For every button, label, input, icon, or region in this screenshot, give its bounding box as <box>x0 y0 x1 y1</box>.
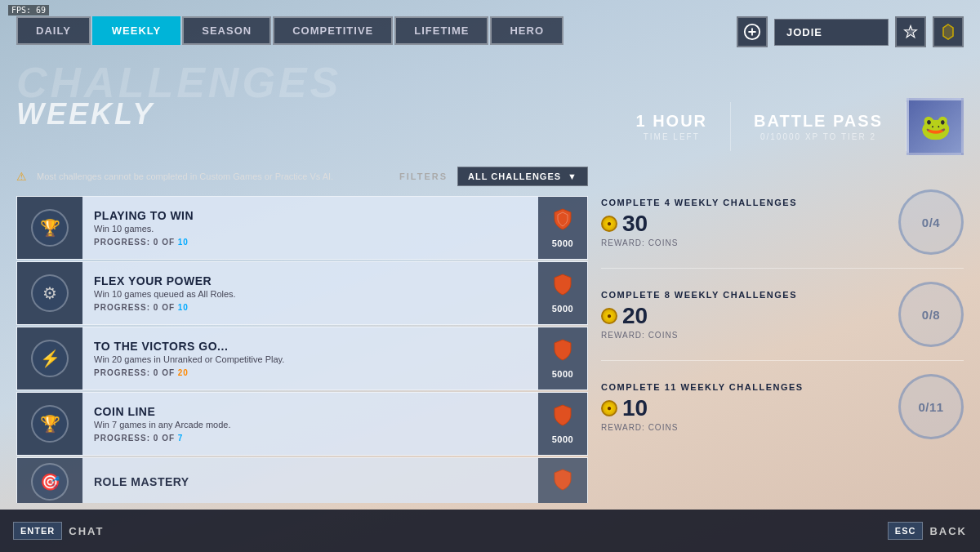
challenge-icon-area: ⚙ <box>17 262 82 324</box>
challenge-icon-area: 🎯 <box>17 458 82 503</box>
tab-lifetime[interactable]: LIFETIME <box>394 16 488 45</box>
tab-weekly[interactable]: WEEKLY <box>92 16 180 45</box>
challenge-coin-line[interactable]: 🏆 COIN LINE Win 7 games in any Arcade mo… <box>16 392 588 456</box>
coin-icon: ● <box>601 308 617 324</box>
challenge-xp: 5000 <box>538 327 587 390</box>
time-value: 1 HOUR <box>635 112 707 131</box>
milestone-11-card: COMPLETE 11 WEEKLY CHALLENGES ● 10 REWAR… <box>601 374 964 439</box>
esc-key: ESC <box>888 522 924 540</box>
challenge-icon: 🎯 <box>31 463 69 501</box>
xp-shield-icon <box>553 273 572 300</box>
tab-season[interactable]: SEASON <box>182 16 271 45</box>
bottom-bar: ENTER CHAT ESC BACK <box>0 510 980 552</box>
meta-info-area: 1 HOUR TIME LEFT BATTLE PASS 0/10000 XP … <box>612 98 964 155</box>
endorse-button[interactable] <box>895 16 926 47</box>
page-title-area: CHALLENGES WEEKLY <box>16 61 341 131</box>
milestone-11-reward: ● 10 <box>601 395 885 421</box>
challenges-list: 🏆 PLAYING TO WIN Win 10 games. PROGRESS:… <box>16 196 588 503</box>
filter-dropdown[interactable]: ALL CHALLENGES ▼ <box>457 167 588 186</box>
milestone-11-info: COMPLETE 11 WEEKLY CHALLENGES ● 10 REWAR… <box>601 382 885 432</box>
challenge-name: TO THE VICTORS GO... <box>94 340 527 353</box>
bottom-right: ESC BACK <box>888 522 967 540</box>
back-button[interactable]: ESC BACK <box>888 522 967 540</box>
overwatch-logo <box>737 16 768 47</box>
challenge-progress: PROGRESS: 0 OF 20 <box>94 368 527 377</box>
challenge-role-mastery[interactable]: 🎯 ROLE MASTERY <box>16 457 588 503</box>
tab-competitive[interactable]: COMPETITIVE <box>273 16 393 45</box>
milestone-8-card: COMPLETE 8 WEEKLY CHALLENGES ● 20 REWARD… <box>601 282 964 347</box>
left-panel: ⚠ Most challenges cannot be completed in… <box>16 163 588 503</box>
challenge-icon: 🏆 <box>31 209 69 247</box>
milestone-4-amount: 30 <box>622 211 648 237</box>
filter-label: FILTERS <box>399 171 448 181</box>
battle-pass-thumbnail[interactable]: 🐸 <box>906 98 964 155</box>
challenge-body: TO THE VICTORS GO... Win 20 games in Unr… <box>82 327 538 390</box>
challenge-name: PLAYING TO WIN <box>94 209 527 222</box>
challenge-icon-area: 🏆 <box>17 197 82 259</box>
challenge-flex-your-power[interactable]: ⚙ FLEX YOUR POWER Win 10 games queued as… <box>16 261 588 325</box>
milestone-11-title: COMPLETE 11 WEEKLY CHALLENGES <box>601 382 885 392</box>
challenge-desc: Win 10 games queued as All Roles. <box>94 289 527 299</box>
battle-pass-block: BATTLE PASS 0/10000 XP TO TIER 2 <box>730 102 906 151</box>
xp-value: 5000 <box>552 238 573 248</box>
challenge-xp: 5000 <box>538 262 587 324</box>
milestone-4-info: COMPLETE 4 WEEKLY CHALLENGES ● 30 REWARD… <box>601 198 885 247</box>
milestone-8-circle: 0/8 <box>898 282 964 347</box>
challenge-xp: 5000 <box>538 393 587 455</box>
challenge-icon: ⚙ <box>31 274 69 312</box>
currency-button[interactable] <box>933 16 964 47</box>
challenge-icon: 🏆 <box>31 405 69 443</box>
coin-icon: ● <box>601 400 617 416</box>
milestone-8-reward-label: REWARD: COINS <box>601 331 885 340</box>
challenge-icon: ⚡ <box>31 340 69 377</box>
challenge-playing-to-win[interactable]: 🏆 PLAYING TO WIN Win 10 games. PROGRESS:… <box>16 196 588 260</box>
challenge-body: COIN LINE Win 7 games in any Arcade mode… <box>82 393 538 455</box>
xp-shield-icon <box>553 207 572 235</box>
bp-value: BATTLE PASS <box>754 112 883 131</box>
enter-key: ENTER <box>13 522 62 540</box>
xp-shield-icon <box>553 468 572 496</box>
challenge-progress: PROGRESS: 0 OF 10 <box>94 303 527 312</box>
user-area: JODIE <box>737 16 964 47</box>
username-display: JODIE <box>774 19 889 46</box>
back-label: BACK <box>929 525 967 537</box>
xp-shield-icon <box>553 338 572 366</box>
fps-counter: FPS: 69 <box>8 5 49 16</box>
milestone-divider-1 <box>601 268 964 269</box>
right-panel: COMPLETE 4 WEEKLY CHALLENGES ● 30 REWARD… <box>601 163 964 503</box>
challenge-icon-area: 🏆 <box>17 393 82 455</box>
challenge-to-the-victors[interactable]: ⚡ TO THE VICTORS GO... Win 20 games in U… <box>16 327 588 390</box>
filter-warning-text: Most challenges cannot be completed in C… <box>37 171 390 181</box>
milestone-8-reward: ● 20 <box>601 303 885 329</box>
tab-hero[interactable]: HERO <box>490 16 564 45</box>
milestone-11-reward-label: REWARD: COINS <box>601 423 885 432</box>
challenge-name: COIN LINE <box>94 405 527 418</box>
main-content: ⚠ Most challenges cannot be completed in… <box>16 163 964 503</box>
milestone-4-card: COMPLETE 4 WEEKLY CHALLENGES ● 30 REWARD… <box>601 189 964 255</box>
challenge-name: FLEX YOUR POWER <box>94 274 527 287</box>
tab-daily[interactable]: DAILY <box>16 16 91 45</box>
challenge-body: FLEX YOUR POWER Win 10 games queued as A… <box>82 262 538 324</box>
milestone-divider-2 <box>601 360 964 361</box>
milestone-4-circle: 0/4 <box>898 189 964 255</box>
chat-button[interactable]: ENTER CHAT <box>13 522 104 540</box>
challenge-name: ROLE MASTERY <box>94 475 527 488</box>
milestone-4-title: COMPLETE 4 WEEKLY CHALLENGES <box>601 198 885 207</box>
filter-bar: ⚠ Most challenges cannot be completed in… <box>16 163 588 189</box>
challenge-xp: 5000 <box>538 197 587 259</box>
xp-value: 5000 <box>552 304 573 314</box>
bp-label: 0/10000 XP TO TIER 2 <box>754 132 883 141</box>
challenge-desc: Win 20 games in Unranked or Competitive … <box>94 354 527 364</box>
challenge-body: PLAYING TO WIN Win 10 games. PROGRESS: 0… <box>82 197 538 259</box>
time-left-block: 1 HOUR TIME LEFT <box>612 102 730 151</box>
milestone-11-amount: 10 <box>622 395 648 421</box>
chat-label: CHAT <box>69 525 104 537</box>
time-label: TIME LEFT <box>635 132 707 141</box>
challenge-xp <box>538 458 587 503</box>
challenge-progress: PROGRESS: 0 OF 7 <box>94 434 527 443</box>
milestone-8-title: COMPLETE 8 WEEKLY CHALLENGES <box>601 290 885 300</box>
xp-shield-icon <box>553 403 572 431</box>
challenge-progress: PROGRESS: 0 OF 10 <box>94 238 527 247</box>
milestone-4-reward-label: REWARD: COINS <box>601 238 885 247</box>
warning-icon: ⚠ <box>16 170 27 183</box>
